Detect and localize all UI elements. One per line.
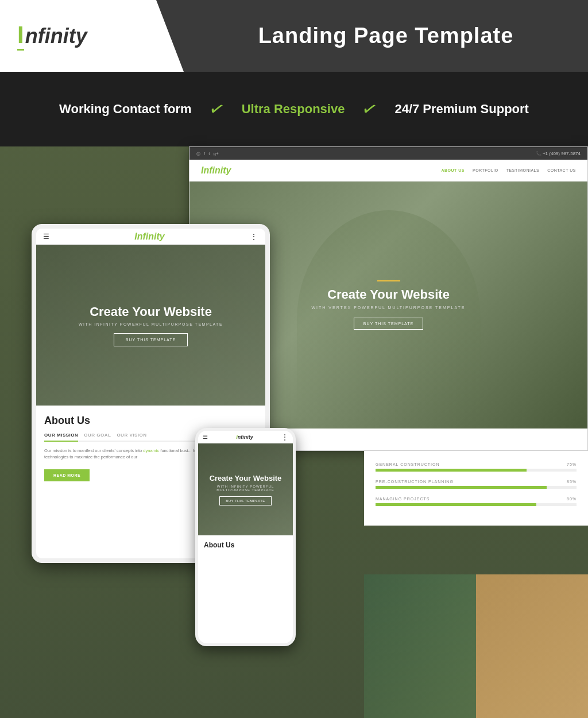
desktop-hero-button[interactable]: BUY THIS TEMPLATE — [354, 318, 423, 330]
skill-bar-bg-1 — [376, 469, 577, 472]
twitter-icon: t — [208, 151, 210, 156]
facebook-icon: f — [204, 151, 205, 156]
tablet-about-title: About Us — [44, 415, 257, 427]
highlight-dynamic: dynamic — [143, 448, 159, 453]
tablet-dots-icon[interactable]: ⋮ — [250, 232, 258, 241]
skill-label-3: MANAGING PROJECTS 80% — [376, 497, 577, 501]
phone-about-title: About Us — [204, 541, 287, 549]
tablet-tab-vision[interactable]: OUR VISION — [117, 433, 146, 441]
phone-dots-icon[interactable]: ⋮ — [281, 433, 288, 441]
phone-content: About Us — [198, 535, 293, 555]
desktop-nav-logo: Infinity — [201, 165, 231, 176]
tablet-hero: Create Your Website WITH INFINITY POWERF… — [36, 245, 265, 406]
phone-icon: 📞 — [536, 151, 541, 156]
skill-label-1: GENERAL CONSTRUCTION 75% — [376, 462, 577, 466]
bottom-image-2 — [476, 574, 588, 718]
nav-link-testimonials[interactable]: TESTIMONIALS — [506, 168, 539, 172]
tablet-logo: Infinity — [134, 231, 164, 242]
phone-logo: Infinity — [236, 434, 253, 440]
tablet-menu-icon[interactable]: ☰ — [43, 233, 49, 241]
bottom-images — [364, 574, 588, 718]
skill-label-2: PRE-CONSTRUCTION PLANNING 85% — [376, 480, 577, 484]
skill-bar-bg-3 — [376, 503, 577, 506]
bottom-image-1 — [364, 574, 476, 718]
tablet-hero-subtitle: WITH INFINITY POWERFUL MULTIPURPOSE TEMP… — [79, 322, 223, 326]
feature-label-3: 24/7 Premium Support — [394, 102, 529, 117]
phone-hero-button[interactable]: BUY THIS TEMPLATE — [219, 496, 272, 505]
phone-mockup: ☰ Infinity ⋮ Create Your Website WITH IN… — [195, 428, 296, 646]
logo: Infinity — [17, 21, 87, 51]
desktop-nav-links: ABOUT US PORTFOLIO TESTIMONIALS CONTACT … — [441, 168, 576, 172]
desktop-hero-subtitle: WITH VERTEX POWERFUL MULTIPURPOSE TEMPLA… — [312, 306, 466, 310]
nav-link-about[interactable]: ABOUT US — [441, 168, 465, 172]
nav-link-portfolio[interactable]: PORTFOLIO — [473, 168, 498, 172]
phone-hero: Create Your Website WITH INFINITY POWERF… — [198, 443, 293, 535]
phone-hero-title: Create Your Website — [210, 474, 282, 482]
phone-hero-subtitle: WITH INFINITY POWERFUL MULTIPURPOSE TEMP… — [203, 485, 288, 492]
skill-item-3: MANAGING PROJECTS 80% — [376, 497, 577, 506]
main-area: ◎ f t g+ 📞 +1 (409) 987-5874 Infinity AB… — [0, 146, 588, 718]
circle-icon: ◎ — [196, 151, 200, 156]
tablet-tab-goal[interactable]: OUR GOAL — [84, 433, 111, 441]
tablet-topbar: ☰ Infinity ⋮ — [36, 229, 265, 245]
logo-letter: I — [17, 21, 24, 51]
page-title: Landing Page Template — [258, 24, 514, 48]
tablet-readmore-button[interactable]: READ MORE — [44, 469, 90, 481]
skill-item-1: GENERAL CONSTRUCTION 75% — [376, 462, 577, 472]
skill-bar-fill-3 — [376, 503, 536, 506]
nav-link-contact[interactable]: CONTACT US — [547, 168, 576, 172]
feature-divider-2: ✓ — [359, 96, 380, 122]
phone-menu-icon[interactable]: ☰ — [203, 434, 208, 440]
features-bar: Working Contact form ✓ Ultra Responsive … — [0, 72, 588, 146]
feature-item-1: Working Contact form — [59, 102, 192, 117]
skill-bar-fill-2 — [376, 486, 547, 489]
hero-accent-line — [377, 280, 400, 281]
desktop-social-icons: ◎ f t g+ — [196, 151, 219, 156]
feature-item-2: Ultra Responsive — [242, 102, 345, 117]
skill-bar-fill-1 — [376, 469, 527, 472]
header-title-section: Landing Page Template — [184, 0, 588, 72]
phone-topbar: ☰ Infinity ⋮ — [198, 431, 293, 443]
feature-item-3: 24/7 Premium Support — [394, 102, 529, 117]
tablet-hero-title: Create Your Website — [90, 304, 212, 319]
feature-label-1: Working Contact form — [59, 102, 192, 117]
tablet-tab-mission[interactable]: OUR MISSION — [44, 433, 78, 442]
skill-item-2: PRE-CONSTRUCTION PLANNING 85% — [376, 480, 577, 489]
desktop-navbar: Infinity ABOUT US PORTFOLIO TESTIMONIALS… — [189, 160, 587, 182]
tablet-hero-button[interactable]: BUY THIS TEMPLATE — [114, 333, 188, 346]
desktop-phone: 📞 +1 (409) 987-5874 — [536, 151, 581, 156]
desktop-hero-title: Create Your Website — [327, 287, 450, 302]
skills-panel: GENERAL CONSTRUCTION 75% PRE-CONSTRUCTIO… — [364, 451, 588, 526]
feature-divider-1: ✓ — [206, 96, 227, 122]
logo-section: Infinity — [0, 0, 184, 72]
header: Infinity Landing Page Template — [0, 0, 588, 72]
skill-bar-bg-2 — [376, 486, 577, 489]
feature-label-2: Ultra Responsive — [242, 102, 345, 117]
gplus-icon: g+ — [213, 151, 218, 156]
desktop-topbar: ◎ f t g+ 📞 +1 (409) 987-5874 — [189, 147, 587, 160]
